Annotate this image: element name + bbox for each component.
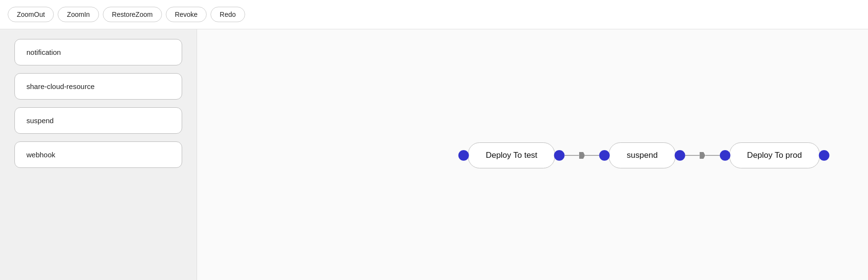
connector-line-left-0 (565, 155, 579, 156)
redo-button[interactable]: Redo (211, 7, 245, 22)
toolbar: ZoomOutZoomInRestoreZoomRevokeRedo (0, 0, 868, 29)
connector-0 (565, 152, 599, 159)
node-right-dot-suspend (674, 150, 685, 161)
flow-container: Deploy To testsuspendDeploy To prod (459, 142, 830, 168)
node-left-dot-deploy-test (459, 150, 469, 161)
sidebar: notificationshare-cloud-resourcesuspendw… (0, 29, 197, 280)
connector-line-right-1 (705, 155, 719, 156)
sidebar-item-suspend[interactable]: suspend (14, 107, 182, 134)
sidebar-item-webhook[interactable]: webhook (14, 141, 182, 168)
connector-arrow-0 (579, 152, 585, 159)
connector-1 (685, 152, 719, 159)
zoom-in-button[interactable]: ZoomIn (58, 7, 99, 22)
node-left-dot-suspend (599, 150, 610, 161)
node-right-dot-deploy-test (554, 150, 565, 161)
sidebar-item-notification[interactable]: notification (14, 39, 182, 65)
connector-line-left-1 (685, 155, 699, 156)
connector-line-right-0 (585, 155, 599, 156)
node-left-dot-deploy-prod (719, 150, 730, 161)
node-box-deploy-prod: Deploy To prod (729, 142, 819, 168)
zoom-out-button[interactable]: ZoomOut (8, 7, 54, 22)
connector-arrow-1 (699, 152, 705, 159)
flow-node-deploy-test[interactable]: Deploy To test (459, 142, 565, 168)
flow-node-deploy-prod[interactable]: Deploy To prod (719, 142, 829, 168)
canvas: Deploy To testsuspendDeploy To prod (197, 29, 868, 280)
restore-zoom-button[interactable]: RestoreZoom (103, 7, 162, 22)
revoke-button[interactable]: Revoke (166, 7, 207, 22)
node-box-suspend: suspend (609, 142, 675, 168)
main-area: notificationshare-cloud-resourcesuspendw… (0, 29, 868, 280)
sidebar-item-share-cloud-resource[interactable]: share-cloud-resource (14, 73, 182, 100)
flow-node-suspend[interactable]: suspend (599, 142, 685, 168)
node-right-dot-deploy-prod (818, 150, 829, 161)
node-box-deploy-test: Deploy To test (468, 142, 555, 168)
